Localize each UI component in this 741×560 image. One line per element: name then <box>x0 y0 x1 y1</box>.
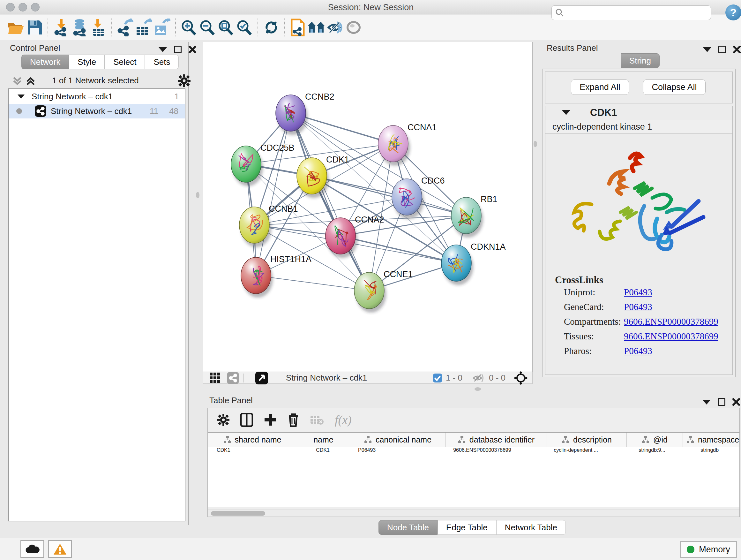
search-input[interactable] <box>564 7 711 19</box>
zoom-out-icon[interactable] <box>198 17 217 37</box>
open-session-icon[interactable] <box>7 17 25 37</box>
hide-unhide-icon[interactable] <box>326 17 344 37</box>
add-column-icon[interactable] <box>264 414 277 426</box>
crosslink-link[interactable]: 9606.ENSP00000378699 <box>624 316 718 331</box>
column-header-name[interactable]: name <box>297 433 350 447</box>
collapse-all-chevron-icon[interactable] <box>12 76 23 86</box>
cell-shared-name[interactable]: CDK1 <box>208 447 296 461</box>
detach-view-icon[interactable] <box>255 372 268 384</box>
zoom-selected-icon[interactable] <box>235 17 254 37</box>
panel-menu-icon[interactable] <box>703 47 711 52</box>
zoom-fit-icon[interactable] <box>217 17 235 37</box>
column-header--id[interactable]: @id <box>627 433 683 447</box>
close-panel-icon[interactable] <box>732 398 740 406</box>
column-header-namespace[interactable]: namespace <box>683 433 740 447</box>
apply-layout-icon[interactable] <box>262 17 280 37</box>
crosslink-link[interactable]: 9606.ENSP00000378699 <box>624 331 718 346</box>
close-panel-icon[interactable] <box>733 46 741 53</box>
panel-menu-icon[interactable] <box>158 47 167 52</box>
export-network-icon[interactable] <box>116 17 134 37</box>
warnings-button[interactable] <box>48 540 72 558</box>
network-edge-HIST1H1A-CCNE1[interactable] <box>256 275 369 291</box>
show-eye-icon[interactable] <box>344 17 363 37</box>
memory-button[interactable]: Memory <box>680 541 737 558</box>
home-networks-icon[interactable] <box>307 17 326 37</box>
tab-node-table[interactable]: Node Table <box>379 520 437 535</box>
crosslink-link[interactable]: P06493 <box>624 346 652 361</box>
crosslink-link[interactable]: P06493 <box>624 302 652 316</box>
function-builder-icon[interactable]: f(x) <box>335 413 352 427</box>
selected-checkbox-icon[interactable] <box>433 374 442 382</box>
network-options-gear-icon[interactable] <box>178 74 191 87</box>
table-row[interactable]: CDK1CDK1P064939606.ENSP00000378699cyclin… <box>208 447 739 461</box>
column-header-description[interactable]: description <box>547 433 627 447</box>
crosslink-label: Tissues: <box>564 331 624 346</box>
column-header-shared-name[interactable]: shared name <box>208 433 297 447</box>
help-button[interactable]: ? <box>725 4 741 20</box>
table-horizontal-scrollbar[interactable] <box>208 509 739 516</box>
save-session-icon[interactable] <box>25 17 44 37</box>
export-table-icon[interactable] <box>134 17 153 37</box>
tab-select[interactable]: Select <box>105 55 145 69</box>
collapse-all-button[interactable]: Collapse All <box>643 79 705 95</box>
hidden-eye-icon[interactable] <box>472 373 486 383</box>
cell-canonical-name[interactable]: P06493 <box>349 447 444 461</box>
import-network-database-icon[interactable] <box>71 17 89 37</box>
zoom-in-icon[interactable] <box>180 17 198 37</box>
scrollbar-thumb[interactable] <box>211 511 265 516</box>
vertical-splitter-handle[interactable] <box>534 141 537 147</box>
column-header-canonical-name[interactable]: canonical name <box>350 433 446 447</box>
tab-string[interactable]: String <box>621 53 660 68</box>
collection-expander-icon[interactable] <box>17 95 24 99</box>
tab-style[interactable]: Style <box>69 55 105 69</box>
table-options-gear-icon[interactable] <box>217 414 229 426</box>
cell-name[interactable]: CDK1 <box>296 447 349 461</box>
show-columns-icon[interactable] <box>240 413 253 427</box>
crosslink-label: Pharos: <box>564 346 624 361</box>
network-share-gray-icon[interactable] <box>227 372 239 384</box>
tab-edge-table[interactable]: Edge Table <box>437 520 496 535</box>
cell-description[interactable]: cyclin-dependent ... <box>545 447 624 461</box>
network-node-CCNE1[interactable] <box>354 272 384 309</box>
grid-view-icon[interactable] <box>210 373 220 383</box>
delete-table-icon[interactable] <box>310 414 324 426</box>
network-node-CCNA2[interactable] <box>326 218 355 254</box>
panel-menu-icon[interactable] <box>702 400 711 405</box>
expand-all-chevron-icon[interactable] <box>25 76 36 86</box>
import-network-file-icon[interactable] <box>52 17 71 37</box>
network-node-label-CDC25B: CDC25B <box>260 143 294 152</box>
crosslink-row: Compartments:9606.ENSP00000378699 <box>564 316 724 331</box>
tab-sets[interactable]: Sets <box>145 55 179 69</box>
float-panel-icon[interactable] <box>174 46 182 53</box>
protein-section-expander-icon[interactable] <box>562 110 570 115</box>
column-header-database-identifier[interactable]: database identifier <box>446 433 547 447</box>
network-node-CCNB1[interactable] <box>239 207 269 243</box>
delete-column-icon[interactable] <box>287 413 299 427</box>
float-panel-icon[interactable] <box>718 46 726 53</box>
export-image-icon[interactable] <box>153 17 172 37</box>
birds-eye-crosshair-icon[interactable] <box>514 371 528 385</box>
crosslink-link[interactable]: P06493 <box>624 287 652 302</box>
import-table-icon[interactable] <box>89 17 108 37</box>
cell--id[interactable]: stringdb:9... <box>624 447 680 461</box>
horizontal-splitter-handle[interactable] <box>475 387 481 391</box>
network-view-canvas[interactable]: CCNB2CCNA1CDC25BCDK1CDC6RB1CCNB1CCNA2CDK… <box>203 42 533 372</box>
close-panel-icon[interactable] <box>189 46 196 53</box>
float-panel-icon[interactable] <box>718 398 725 406</box>
control-panel-title: Control Panel <box>10 43 60 53</box>
network-node-CDC6[interactable] <box>392 179 422 215</box>
vertical-splitter-handle[interactable] <box>196 192 199 198</box>
tab-network[interactable]: Network <box>21 55 69 69</box>
tab-network-table[interactable]: Network Table <box>496 520 566 535</box>
network-row[interactable]: String Network – cdk1 11 48 <box>9 104 185 118</box>
cell-namespace[interactable]: stringdb <box>680 447 739 461</box>
column-tree-icon <box>364 436 372 443</box>
network-view-title: String Network – cdk1 <box>286 373 367 383</box>
cell-database-identifier[interactable]: 9606.ENSP00000378699 <box>444 447 545 461</box>
cloud-button[interactable] <box>20 540 44 558</box>
status-bar: Memory <box>0 538 741 560</box>
crosslink-row: GeneCard:P06493 <box>564 302 724 316</box>
network-collection-row[interactable]: String Network – cdk1 1 <box>9 89 185 104</box>
expand-all-button[interactable]: Expand All <box>571 79 629 95</box>
network-from-file-icon[interactable] <box>289 17 307 37</box>
